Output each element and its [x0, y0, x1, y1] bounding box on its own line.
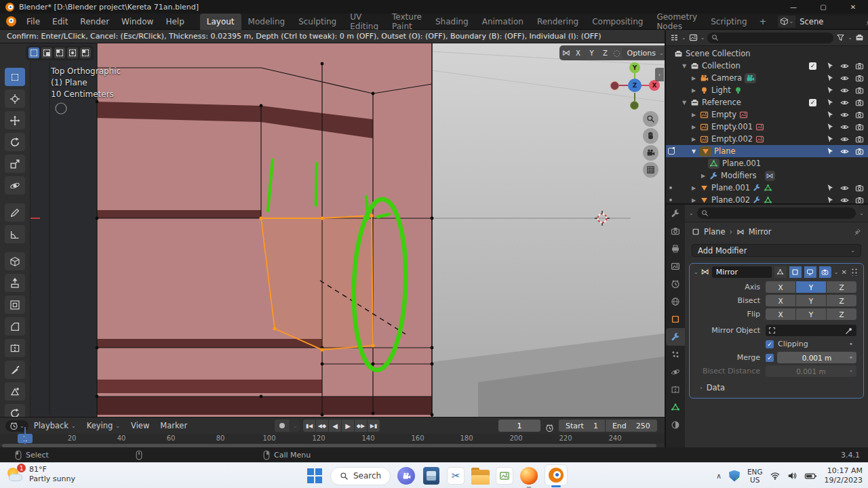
- bisect-distance-field[interactable]: 0.001 m: [766, 365, 856, 377]
- maximize-button[interactable]: ▢: [808, 0, 838, 14]
- blender-taskbar-button[interactable]: [545, 464, 568, 486]
- tool-add-cube[interactable]: [5, 252, 25, 270]
- mirror-x-toggle[interactable]: X: [572, 47, 584, 59]
- scene-browse-button[interactable]: ⌄: [778, 16, 796, 28]
- flip-z-button[interactable]: Z: [827, 308, 856, 320]
- language-switcher[interactable]: ENGUS: [747, 468, 763, 484]
- weather-widget[interactable]: 1 81°F Partly sunny: [7, 465, 75, 484]
- disable-render-icon[interactable]: [855, 62, 864, 70]
- disable-render-icon[interactable]: [855, 74, 864, 83]
- perspective-toggle-button[interactable]: [643, 162, 658, 178]
- outliner-editor-icon[interactable]: [670, 33, 679, 42]
- disable-render-icon[interactable]: [855, 184, 864, 192]
- axis-x-button[interactable]: X: [766, 281, 795, 293]
- tool-select-box[interactable]: [5, 68, 25, 86]
- selectable-icon[interactable]: [826, 110, 834, 119]
- tool-knife[interactable]: [5, 361, 25, 379]
- disable-render-icon[interactable]: [855, 135, 864, 144]
- timeline-ruler[interactable]: 20 40 60 80 100 120 140 160 180 200 220 …: [0, 434, 665, 443]
- tab-view-layer[interactable]: [666, 258, 685, 275]
- gizmo-z-axis[interactable]: Z: [628, 79, 642, 92]
- row-light[interactable]: ▶ Light: [666, 84, 868, 96]
- row-collection[interactable]: ▼ Collection ✓: [666, 60, 868, 72]
- tool-bevel[interactable]: [5, 317, 25, 336]
- expand-icon[interactable]: ▶: [700, 173, 707, 179]
- row-empty[interactable]: ▶ Empty: [666, 108, 868, 121]
- close-button[interactable]: ✕: [838, 0, 868, 14]
- disable-render-icon[interactable]: [855, 110, 864, 119]
- mirror-object-field[interactable]: [766, 325, 856, 336]
- tab-material[interactable]: [666, 416, 685, 434]
- collapse-icon[interactable]: ⌄: [694, 269, 698, 275]
- axis-z-button[interactable]: Z: [827, 281, 856, 293]
- data-subpanel[interactable]: ⌄ Data: [698, 383, 863, 392]
- tab-scripting[interactable]: Scripting: [704, 14, 753, 30]
- menu-render[interactable]: Render: [74, 15, 115, 28]
- keying-menu[interactable]: Keying⌄: [81, 421, 125, 430]
- pin-icon[interactable]: [865, 18, 868, 26]
- current-frame-field[interactable]: 1: [498, 420, 540, 432]
- drag-handle-icon[interactable]: [851, 268, 858, 276]
- hide-viewport-icon[interactable]: [840, 184, 849, 192]
- selectable-icon[interactable]: [826, 147, 834, 155]
- hide-viewport-icon[interactable]: [840, 74, 849, 83]
- start-button[interactable]: [305, 466, 324, 485]
- tab-modifiers[interactable]: [666, 328, 685, 346]
- select-mode-intersect[interactable]: [80, 47, 91, 58]
- disable-render-icon[interactable]: [855, 147, 864, 156]
- zoom-button[interactable]: [643, 111, 658, 127]
- delete-modifier-icon[interactable]: ✕: [841, 268, 846, 276]
- bisect-z-button[interactable]: Z: [827, 295, 856, 306]
- tool-rotate[interactable]: [5, 133, 25, 151]
- select-mode-set[interactable]: [28, 47, 39, 58]
- show-in-editmode-toggle[interactable]: [789, 266, 802, 278]
- add-workspace-button[interactable]: +: [754, 16, 772, 26]
- row-reference[interactable]: ▼ Reference ✓: [666, 96, 868, 108]
- flip-x-button[interactable]: X: [766, 308, 795, 320]
- gizmo-y-axis[interactable]: Y: [629, 62, 640, 73]
- tab-sculpting[interactable]: Sculpting: [292, 14, 343, 30]
- play-button[interactable]: ▶: [342, 420, 354, 432]
- expand-icon[interactable]: ▶: [690, 197, 697, 203]
- selectable-icon[interactable]: [826, 86, 834, 94]
- show-hidden-icons-chevron[interactable]: ∧: [716, 472, 722, 481]
- security-shield-icon[interactable]: [729, 470, 740, 482]
- tab-tool[interactable]: [666, 205, 685, 222]
- tab-constraints[interactable]: [666, 381, 685, 399]
- add-modifier-dropdown[interactable]: Add Modifier⌄: [692, 244, 861, 257]
- selectable-icon[interactable]: [826, 135, 834, 143]
- marker-menu[interactable]: Marker: [155, 421, 193, 430]
- mirror-z-toggle[interactable]: Z: [599, 47, 611, 59]
- menu-file[interactable]: File: [20, 15, 46, 28]
- tab-animation[interactable]: Animation: [475, 14, 530, 30]
- proportional-edit-icon[interactable]: ◌: [613, 48, 620, 58]
- tool-transform[interactable]: [5, 176, 25, 195]
- teams-chat-button[interactable]: [397, 466, 416, 485]
- tab-data[interactable]: [666, 399, 685, 416]
- select-mode-invert[interactable]: [67, 47, 78, 58]
- view-menu[interactable]: View: [125, 421, 155, 430]
- tab-particles[interactable]: [666, 346, 685, 363]
- expand-icon[interactable]: ▼: [690, 148, 697, 155]
- modifier-extras-icon[interactable]: ⌄: [834, 269, 839, 275]
- tab-modeling[interactable]: Modeling: [241, 14, 292, 30]
- tool-scale[interactable]: [5, 155, 25, 173]
- show-in-viewport-toggle[interactable]: [804, 266, 816, 278]
- disable-render-icon[interactable]: [855, 86, 864, 95]
- expand-icon[interactable]: ▶: [690, 136, 697, 142]
- tab-output[interactable]: [666, 240, 685, 258]
- wifi-icon[interactable]: [770, 471, 780, 481]
- prev-keyframe-button[interactable]: ◀◆: [316, 420, 328, 432]
- auto-keying-button[interactable]: [275, 420, 290, 432]
- tool-annotate[interactable]: [5, 203, 25, 222]
- battery-icon[interactable]: [804, 471, 817, 481]
- hide-viewport-icon[interactable]: [840, 62, 849, 70]
- new-collection-icon[interactable]: [855, 33, 864, 42]
- tab-shading[interactable]: Shading: [429, 14, 475, 30]
- expand-icon[interactable]: ▶: [690, 87, 697, 94]
- flip-y-button[interactable]: Y: [796, 308, 826, 320]
- row-plane-active[interactable]: ▼ Plane: [666, 145, 868, 157]
- options-dropdown[interactable]: Options⌄: [622, 47, 665, 59]
- gizmo-x-axis[interactable]: X: [649, 80, 660, 91]
- tool-inset-faces[interactable]: [5, 296, 25, 314]
